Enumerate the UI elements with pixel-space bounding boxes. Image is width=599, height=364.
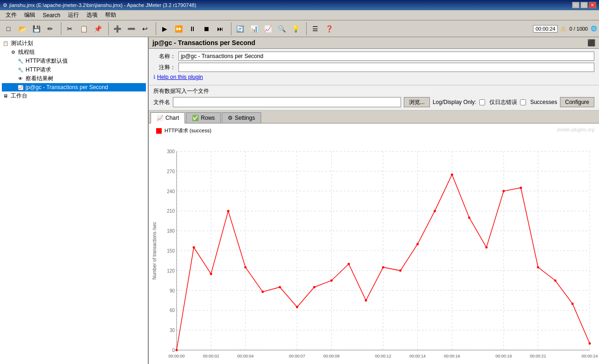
svg-point-50 xyxy=(210,273,212,275)
close-button[interactable]: ✕ xyxy=(589,2,596,8)
tree-item-工作台[interactable]: 🖥工作台 xyxy=(2,91,146,100)
tab-chart[interactable]: 📈Chart xyxy=(151,112,185,124)
file-area: 所有数据写入一个文件 文件名 浏览... Log/Display Only: 仅… xyxy=(149,85,599,110)
titlebar: ⚙ jianshu.jmx (E:\apache-jmeter-3.2\bin\… xyxy=(0,0,599,10)
svg-point-59 xyxy=(365,299,367,302)
browse-button[interactable]: 浏览... xyxy=(404,97,430,107)
menu-item-选项[interactable]: 选项 xyxy=(83,10,101,20)
menubar: 文件编辑Search运行选项帮助 xyxy=(0,10,599,20)
edit-button[interactable]: ✏ xyxy=(44,22,57,35)
hint-button[interactable]: 💡 xyxy=(289,22,302,35)
panel-title: jp@gc - Transactions per Second xyxy=(152,39,255,46)
refresh-button[interactable]: 🔄 xyxy=(233,22,246,35)
svg-point-52 xyxy=(244,266,247,268)
file-section-title: 所有数据写入一个文件 xyxy=(153,87,594,95)
right-panel: jp@gc - Transactions per Second ⬛ 名称： 注释… xyxy=(149,37,599,364)
svg-text:00:00:04: 00:00:04 xyxy=(237,354,254,358)
maximize-button[interactable]: □ xyxy=(580,2,588,8)
svg-text:150: 150 xyxy=(167,248,175,254)
legend-label: HTTP请求 (success) xyxy=(165,127,211,134)
tree-item-jp@gc_-_Transactions_per_Second[interactable]: 📈jp@gc - Transactions per Second xyxy=(2,83,146,91)
tree-icon-bench: 🖥 xyxy=(2,92,9,100)
search-button[interactable]: 🔍 xyxy=(275,22,288,35)
menu-item-编辑[interactable]: 编辑 xyxy=(20,10,39,20)
cut-button[interactable]: ✂ xyxy=(63,22,76,35)
pause-button[interactable]: ⏸ xyxy=(186,22,199,35)
svg-text:00:00:14: 00:00:14 xyxy=(409,354,426,358)
chart-legend: HTTP请求 (success) xyxy=(156,127,211,134)
stop-button[interactable]: ⏹ xyxy=(200,22,213,35)
file-input[interactable] xyxy=(173,97,401,107)
fastfwd-button[interactable]: ⏩ xyxy=(172,22,185,35)
svg-point-49 xyxy=(193,246,195,248)
success-checkbox[interactable] xyxy=(520,99,526,105)
log-display-label: Log/Display Only: xyxy=(433,99,476,105)
tree-label: 察看结果树 xyxy=(26,75,53,83)
toolbar-sep-19 xyxy=(304,22,307,35)
info-icon: ℹ xyxy=(153,74,156,80)
configure-button[interactable]: Configure xyxy=(560,97,594,107)
help-button[interactable]: ❓ xyxy=(323,22,336,35)
menu-item-文件[interactable]: 文件 xyxy=(2,10,20,20)
menu-item-Search[interactable]: Search xyxy=(39,11,64,20)
tree-label: 测试计划 xyxy=(11,39,33,47)
error-checkbox[interactable] xyxy=(479,99,485,105)
svg-text:300: 300 xyxy=(167,149,175,154)
skip-button[interactable]: ⏭ xyxy=(214,22,227,35)
svg-point-65 xyxy=(468,216,470,219)
sidebar: 📋测试计划⚙线程组🔧HTTP请求默认值🔧HTTP请求👁察看结果树📈jp@gc -… xyxy=(0,37,149,364)
tree-item-HTTP请求[interactable]: 🔧HTTP请求 xyxy=(2,65,146,74)
toolbar-sep-3 xyxy=(59,22,61,35)
tree-icon-thread: ⚙ xyxy=(9,49,17,56)
menu-item-帮助[interactable]: 帮助 xyxy=(101,10,120,20)
tree-item-察看结果树[interactable]: 👁察看结果树 xyxy=(2,74,146,83)
tree-label: 线程组 xyxy=(18,48,35,56)
open-button[interactable]: 📂 xyxy=(16,22,29,35)
save-button[interactable]: 💾 xyxy=(30,22,43,35)
chart-button[interactable]: 📊 xyxy=(247,22,260,35)
svg-point-57 xyxy=(330,280,333,282)
remove-button[interactable]: ➖ xyxy=(125,22,138,35)
graph-button[interactable]: 📈 xyxy=(261,22,274,35)
svg-point-72 xyxy=(589,342,591,344)
toolbar: □📂💾✏✂📋📌➕➖↩▶⏩⏸⏹⏭🔄📊📈🔍💡☰❓ 00:00:24 ⚠ 0 / 10… xyxy=(0,20,599,37)
tree-icon-wrench: 🔧 xyxy=(17,58,24,65)
svg-text:210: 210 xyxy=(167,208,175,214)
svg-text:00:00:16: 00:00:16 xyxy=(444,354,460,358)
comment-input[interactable] xyxy=(178,63,594,72)
main-area: 📋测试计划⚙线程组🔧HTTP请求默认值🔧HTTP请求👁察看结果树📈jp@gc -… xyxy=(0,37,599,364)
add-button[interactable]: ➕ xyxy=(111,22,124,35)
toolbar-sep-14 xyxy=(229,22,231,35)
watermark: jmeter-plugins.org xyxy=(557,127,594,132)
rows-icon: ✅ xyxy=(192,115,199,121)
new-button[interactable]: □ xyxy=(2,22,15,35)
help-link[interactable]: Help on this plugin xyxy=(157,74,203,80)
tab-rows[interactable]: ✅Rows xyxy=(186,112,221,123)
name-input[interactable] xyxy=(178,52,594,61)
success-label: Successes xyxy=(530,99,557,105)
svg-point-55 xyxy=(296,306,298,308)
expand-button[interactable]: ⬛ xyxy=(587,39,595,46)
tree-item-线程组[interactable]: ⚙线程组 xyxy=(2,48,146,57)
file-label: 文件名 xyxy=(153,98,170,106)
tree-item-测试计划[interactable]: 📋测试计划 xyxy=(2,39,146,48)
legend-color-box xyxy=(156,128,162,134)
svg-point-56 xyxy=(313,286,316,288)
svg-point-67 xyxy=(502,190,505,192)
run-button[interactable]: ▶ xyxy=(158,22,171,35)
svg-point-64 xyxy=(451,173,453,176)
svg-point-48 xyxy=(176,349,178,351)
minimize-button[interactable]: ─ xyxy=(572,2,579,8)
svg-text:60: 60 xyxy=(170,308,175,313)
tab-settings[interactable]: ⚙Settings xyxy=(222,112,261,123)
tree-item-HTTP请求默认值[interactable]: 🔧HTTP请求默认值 xyxy=(2,57,146,65)
menu-item-运行[interactable]: 运行 xyxy=(64,10,83,20)
list-button[interactable]: ☰ xyxy=(309,22,322,35)
svg-point-58 xyxy=(348,263,350,265)
undo-button[interactable]: ↩ xyxy=(138,22,151,35)
paste-button[interactable]: 📌 xyxy=(91,22,104,35)
name-label: 名称： xyxy=(153,52,176,60)
copy-button[interactable]: 📋 xyxy=(77,22,90,35)
svg-text:00:00:09: 00:00:09 xyxy=(323,354,340,358)
svg-point-66 xyxy=(485,246,487,248)
